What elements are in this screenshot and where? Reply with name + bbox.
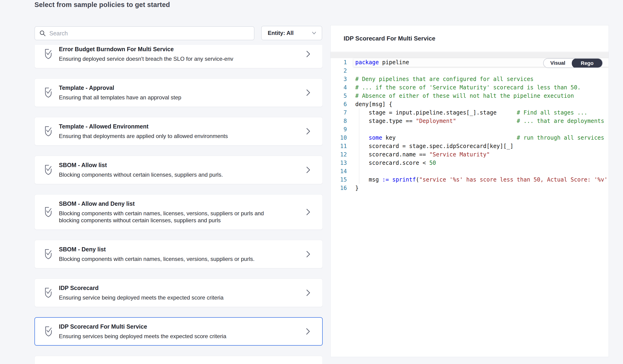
line-number: 10 [331, 134, 347, 142]
preview-title: IDP Scorecard For Multi Service [344, 35, 435, 42]
code-line[interactable]: 15 msg := sprintf("service '%s' has scor… [331, 175, 609, 184]
policy-list-item[interactable]: SBOM - Allow list Blocking components wi… [34, 156, 323, 184]
search-icon [39, 30, 46, 37]
rego-code-editor[interactable]: 1package pipeline23# Deny pipelines that… [331, 52, 609, 357]
policy-list-item[interactable]: SBOM - Deny list Blocking components wit… [34, 240, 323, 268]
shield-check-icon [44, 287, 53, 299]
line-number: 5 [331, 92, 347, 100]
policy-list-item[interactable]: Error Budget Burndown For Multi Service … [34, 45, 323, 68]
chevron-right-icon[interactable] [305, 88, 311, 97]
chevron-right-icon[interactable] [305, 288, 311, 298]
search-box[interactable] [34, 26, 254, 40]
line-number: 12 [331, 150, 347, 159]
policy-description: Ensuring service being deployed meets th… [59, 294, 268, 301]
shield-check-icon [44, 326, 54, 337]
page-title: Select from sample policies to get start… [34, 1, 170, 9]
editor-mode-toggle[interactable]: Visual Rego [543, 58, 603, 68]
policy-title: IDP Scorecard [59, 284, 300, 291]
chevron-right-icon[interactable] [305, 127, 311, 136]
code-line[interactable]: 13 scorecard.score < 50 [331, 159, 609, 167]
policy-description: Blocking components with certain names, … [59, 210, 268, 224]
line-number: 16 [331, 184, 347, 192]
policy-list-item[interactable]: Template - Allowed Environment Ensuring … [34, 117, 323, 146]
policy-title: Template - Approval [59, 84, 300, 91]
chevron-right-icon[interactable] [305, 327, 311, 336]
policy-description: Blocking components without certain lice… [59, 171, 268, 178]
next-policy-card-partial[interactable] [34, 356, 323, 364]
entity-filter-label: Entity: All [268, 30, 293, 36]
line-number: 4 [331, 83, 347, 92]
code-line[interactable]: 10 some key # run through all services [331, 134, 609, 142]
line-number: 2 [331, 66, 347, 75]
code-line[interactable]: 16} [331, 184, 609, 192]
policy-list-item[interactable]: SBOM - Allow and Deny list Blocking comp… [34, 194, 323, 230]
search-input[interactable] [49, 30, 250, 37]
policy-title: SBOM - Allow list [59, 162, 300, 169]
policy-title: Template - Allowed Environment [59, 123, 300, 130]
shield-check-icon [44, 164, 53, 176]
policy-title: SBOM - Allow and Deny list [59, 200, 300, 207]
preview-header: IDP Scorecard For Multi Service [331, 25, 609, 52]
line-number: 8 [331, 117, 347, 125]
policy-description: Ensuring that all templates have an appr… [59, 94, 268, 101]
policy-list-item[interactable]: Template - Approval Ensuring that all te… [34, 78, 323, 107]
editor-top-band [331, 52, 609, 58]
visual-toggle-button[interactable]: Visual [544, 59, 572, 67]
line-number: 1 [331, 58, 347, 66]
rego-toggle-button[interactable]: Rego [572, 58, 602, 68]
line-number: 13 [331, 159, 347, 167]
chevron-right-icon[interactable] [305, 165, 311, 174]
chevron-down-icon [311, 31, 317, 35]
code-line[interactable]: 4# ... if the score of 'Service Maturity… [331, 83, 609, 92]
line-number: 6 [331, 100, 347, 108]
policy-preview-panel: IDP Scorecard For Multi Service 1package… [330, 25, 609, 357]
chevron-right-icon[interactable] [305, 207, 311, 217]
policy-title: Error Budget Burndown For Multi Service [59, 46, 300, 53]
code-line[interactable]: 14 [331, 167, 609, 175]
policy-list: Error Budget Burndown For Multi Service … [34, 45, 323, 364]
shield-check-icon [44, 248, 53, 260]
policy-list-item[interactable]: IDP Scorecard Ensuring service being dep… [34, 278, 323, 307]
shield-check-icon [44, 206, 53, 218]
line-number: 15 [331, 175, 347, 184]
code-line[interactable]: 9 [331, 125, 609, 134]
line-number: 9 [331, 125, 347, 134]
line-number: 3 [331, 75, 347, 83]
code-lines[interactable]: 1package pipeline23# Deny pipelines that… [331, 58, 609, 192]
code-line[interactable]: 5# Absence of either of these will not h… [331, 92, 609, 100]
shield-check-icon [44, 126, 53, 137]
policy-title: IDP Scorecard For Multi Service [59, 323, 300, 330]
policy-description: Blocking components with certain names, … [59, 256, 268, 262]
code-line[interactable]: 7 stage = input.pipeline.stages[_].stage… [331, 108, 609, 117]
policy-description: Ensuring deployed service doesn't breach… [59, 55, 268, 62]
line-number: 14 [331, 167, 347, 175]
code-line[interactable]: 8 stage.type == "Deployment" # ... that … [331, 117, 609, 125]
policy-list-item[interactable]: IDP Scorecard For Multi Service Ensuring… [34, 317, 323, 346]
code-line[interactable]: 3# Deny pipelines that are configured fo… [331, 75, 609, 83]
policy-title: SBOM - Deny list [59, 246, 300, 253]
policy-description: Ensuring services being deployed meets t… [59, 333, 268, 340]
shield-check-icon [44, 48, 53, 60]
code-line[interactable]: 11 scorecard = stage.spec.idpScorecard[k… [331, 142, 609, 150]
line-number: 11 [331, 142, 347, 150]
code-line[interactable]: 12 scorecard.name == "Service Maturity" [331, 150, 609, 159]
line-number: 7 [331, 108, 347, 117]
shield-check-icon [44, 87, 53, 98]
chevron-right-icon[interactable] [305, 250, 311, 259]
entity-filter-dropdown[interactable]: Entity: All [261, 26, 322, 40]
chevron-right-icon[interactable] [305, 49, 311, 59]
policy-description: Ensuring that deployments are applied on… [59, 133, 268, 140]
code-line[interactable]: 6deny[msg] { [331, 100, 609, 108]
